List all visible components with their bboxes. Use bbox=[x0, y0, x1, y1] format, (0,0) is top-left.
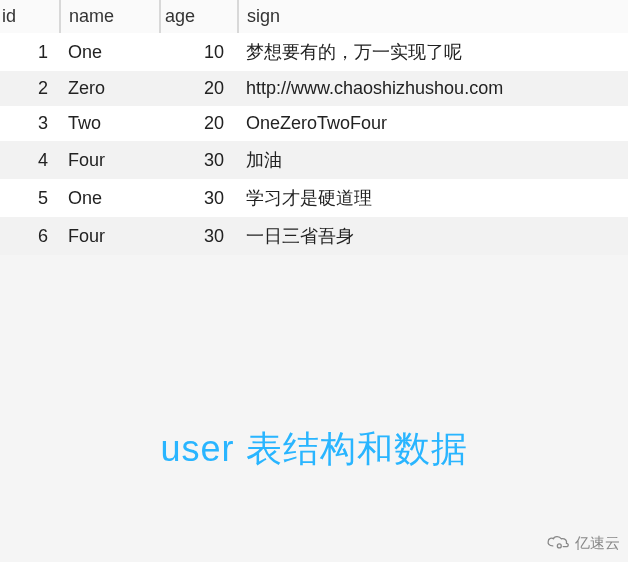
header-name: name bbox=[60, 0, 160, 33]
cell-sign: 学习才是硬道理 bbox=[238, 179, 628, 217]
table-row: 5One30学习才是硬道理 bbox=[0, 179, 628, 217]
table-header-row: id name age sign bbox=[0, 0, 628, 33]
svg-point-0 bbox=[557, 544, 561, 548]
cell-sign: 加油 bbox=[238, 141, 628, 179]
cell-name: One bbox=[60, 179, 160, 217]
cloud-icon bbox=[545, 533, 571, 554]
header-age: age bbox=[160, 0, 238, 33]
cell-sign: http://www.chaoshizhushou.com bbox=[238, 71, 628, 106]
header-id: id bbox=[0, 0, 60, 33]
cell-name: Zero bbox=[60, 71, 160, 106]
cell-name: Four bbox=[60, 217, 160, 255]
cell-name: Two bbox=[60, 106, 160, 141]
cell-age: 20 bbox=[160, 71, 238, 106]
cell-age: 30 bbox=[160, 141, 238, 179]
cell-age: 30 bbox=[160, 217, 238, 255]
table-row: 3Two20OneZeroTwoFour bbox=[0, 106, 628, 141]
header-sign: sign bbox=[238, 0, 628, 33]
cell-id: 1 bbox=[0, 33, 60, 71]
cell-sign: 梦想要有的，万一实现了呢 bbox=[238, 33, 628, 71]
cell-id: 2 bbox=[0, 71, 60, 106]
table-row: 6Four30一日三省吾身 bbox=[0, 217, 628, 255]
table-row: 1One10梦想要有的，万一实现了呢 bbox=[0, 33, 628, 71]
cell-age: 30 bbox=[160, 179, 238, 217]
caption-text: user 表结构和数据 bbox=[0, 425, 628, 474]
cell-sign: 一日三省吾身 bbox=[238, 217, 628, 255]
cell-name: Four bbox=[60, 141, 160, 179]
cell-id: 6 bbox=[0, 217, 60, 255]
cell-age: 20 bbox=[160, 106, 238, 141]
cell-id: 5 bbox=[0, 179, 60, 217]
cell-sign: OneZeroTwoFour bbox=[238, 106, 628, 141]
cell-age: 10 bbox=[160, 33, 238, 71]
watermark-text: 亿速云 bbox=[575, 534, 620, 553]
data-table-container: id name age sign 1One10梦想要有的，万一实现了呢2Zero… bbox=[0, 0, 628, 255]
cell-name: One bbox=[60, 33, 160, 71]
user-table: id name age sign 1One10梦想要有的，万一实现了呢2Zero… bbox=[0, 0, 628, 255]
cell-id: 4 bbox=[0, 141, 60, 179]
table-row: 4Four30加油 bbox=[0, 141, 628, 179]
table-row: 2Zero20http://www.chaoshizhushou.com bbox=[0, 71, 628, 106]
watermark: 亿速云 bbox=[545, 533, 620, 554]
cell-id: 3 bbox=[0, 106, 60, 141]
